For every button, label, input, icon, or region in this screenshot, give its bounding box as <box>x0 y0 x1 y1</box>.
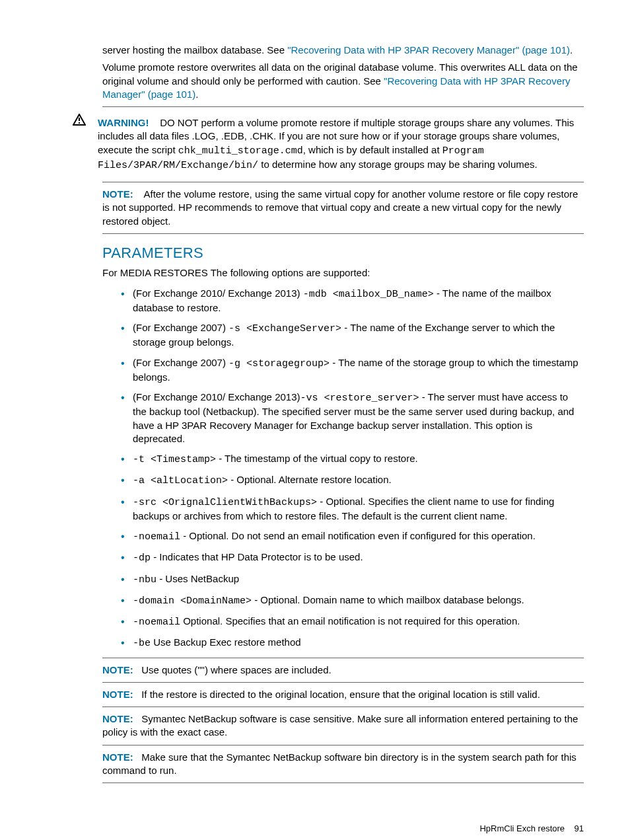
list-item: (For Exchange 2010/ Exchange 2013)-vs <r… <box>121 391 584 445</box>
list-item: -domain <DomainName> - Optional. Domain … <box>121 593 584 608</box>
divider <box>102 658 584 658</box>
warning-icon <box>73 114 86 126</box>
note-text: Use quotes ("") where spaces are include… <box>141 664 331 675</box>
page-footer: HpRmCli Exch restore 91 <box>46 823 584 835</box>
text: . <box>195 89 198 100</box>
text: - Indicates that HP Data Protector is to… <box>151 551 363 562</box>
note-label: NOTE: <box>102 751 133 763</box>
list-item: (For Exchange 2007) -s <ExchangeServer> … <box>121 321 584 350</box>
code: -mdb <mailbox_DB_name> <box>303 289 434 300</box>
list-item: -nbu - Uses NetBackup <box>121 572 584 587</box>
divider <box>102 182 584 182</box>
code: -domain <DomainName> <box>133 595 252 607</box>
note-label: NOTE: <box>102 188 133 200</box>
note: NOTE: If the restore is directed to the … <box>102 688 584 701</box>
parameters-heading: PARAMETERS <box>102 243 584 263</box>
code: -vs <restore_server> <box>300 393 419 404</box>
divider <box>102 106 584 107</box>
text: (For Exchange 2010/ Exchange 2013) <box>133 391 300 402</box>
warning-admonition: WARNING! DO NOT perform a volume promote… <box>73 112 584 176</box>
text: - Optional. Alternate restore location. <box>228 474 392 485</box>
divider <box>102 745 584 745</box>
text: - Optional. Do not send an email notific… <box>180 530 536 541</box>
list-item: -dp - Indicates that HP Data Protector i… <box>121 551 584 565</box>
note-text: After the volume restore, using the same… <box>102 188 578 227</box>
code: chk_multi_storage.cmd <box>178 145 303 157</box>
code: -be <box>133 638 151 649</box>
text: Optional. Specifies that an email notifi… <box>180 615 520 627</box>
code: -src <OrignalClientWithBackups> <box>133 497 317 508</box>
code: -nbu <box>133 574 157 586</box>
list-item: -be Use Backup Exec restore method <box>121 636 584 650</box>
code: -noemail <box>133 531 180 543</box>
text: server hosting the mailbox database. See <box>102 44 287 56</box>
note-text: Symantec NetBackup software is case sens… <box>102 713 578 738</box>
text: Use Backup Exec restore method <box>151 636 301 648</box>
note: NOTE: Make sure that the Symantec NetBac… <box>102 751 584 778</box>
text: to determine how any storage groups may … <box>258 159 538 170</box>
text: . <box>570 44 573 56</box>
text: , which is by default installed at <box>303 144 442 155</box>
divider <box>102 233 584 234</box>
note-text: If the restore is directed to the origin… <box>141 689 540 700</box>
note: NOTE: Symantec NetBackup software is cas… <box>102 712 584 740</box>
parameters-list: (For Exchange 2010/ Exchange 2013) -mdb … <box>102 287 584 651</box>
note-text: Make sure that the Symantec NetBackup so… <box>102 751 577 776</box>
code: -noemail <box>133 617 180 628</box>
list-item: (For Exchange 2010/ Exchange 2013) -mdb … <box>121 287 584 315</box>
text: - The timestamp of the virtual copy to r… <box>216 453 418 464</box>
intro-paragraph-1: server hosting the mailbox database. See… <box>102 44 584 57</box>
list-item: -noemail - Optional. Do not send an emai… <box>121 529 584 544</box>
text: - Uses NetBackup <box>157 573 239 584</box>
warning-label: WARNING! <box>98 117 149 128</box>
footer-page: 91 <box>575 823 584 833</box>
footer-title: HpRmCli Exch restore <box>479 823 565 833</box>
text: - Optional. Domain name to which mailbox… <box>252 594 524 605</box>
note-label: NOTE: <box>102 713 133 724</box>
note-label: NOTE: <box>102 664 133 675</box>
svg-rect-0 <box>79 118 80 121</box>
svg-rect-1 <box>79 122 80 124</box>
page-content: server hosting the mailbox database. See… <box>102 44 584 783</box>
list-item: -noemail Optional. Specifies that an ema… <box>121 615 584 629</box>
list-item: -src <OrignalClientWithBackups> - Option… <box>121 495 584 523</box>
recovery-link-1[interactable]: "Recovering Data with HP 3PAR Recovery M… <box>287 44 570 56</box>
note: NOTE: Use quotes ("") where spaces are i… <box>102 664 584 677</box>
list-item: (For Exchange 2007) -g <storagegroup> - … <box>121 356 584 385</box>
intro-paragraph-2: Volume promote restore overwrites all da… <box>102 61 584 101</box>
code: -t <Timestamp> <box>133 454 216 465</box>
parameters-lead: For MEDIA RESTORES The following options… <box>102 266 584 280</box>
divider <box>102 706 584 707</box>
divider <box>102 783 584 783</box>
warning-text: WARNING! DO NOT perform a volume promote… <box>98 116 584 172</box>
code: -g <storagegroup> <box>228 358 330 369</box>
code: -a <altLocation> <box>133 475 228 486</box>
text: (For Exchange 2007) <box>133 357 228 368</box>
notes-block: NOTE: Use quotes ("") where spaces are i… <box>102 664 584 784</box>
code: -s <ExchangeServer> <box>228 323 341 334</box>
text: (For Exchange 2010/ Exchange 2013) <box>133 287 303 299</box>
note-label: NOTE: <box>102 689 133 700</box>
divider <box>102 682 584 683</box>
list-item: -t <Timestamp> - The timestamp of the vi… <box>121 452 584 467</box>
note-top: NOTE: After the volume restore, using th… <box>102 188 584 228</box>
text: (For Exchange 2007) <box>133 322 228 333</box>
list-item: -a <altLocation> - Optional. Alternate r… <box>121 473 584 488</box>
code: -dp <box>133 553 151 564</box>
